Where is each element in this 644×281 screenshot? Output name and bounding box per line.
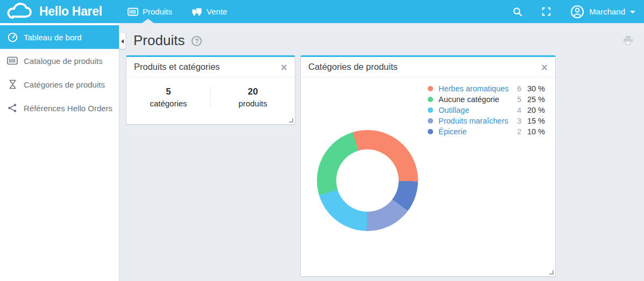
legend-item: Herbes aromatiques 6 30 % bbox=[428, 84, 545, 92]
stat-label: catégories bbox=[126, 99, 210, 108]
legend-color-dot bbox=[428, 118, 433, 124]
sidebar-item-references-hello-orders[interactable]: Références Hello Orders bbox=[0, 96, 119, 120]
chart-legend: Herbes aromatiques 6 30 % Aucune catégor… bbox=[428, 84, 545, 138]
barcode-icon bbox=[128, 8, 138, 16]
widget-title: Produits et catégories bbox=[134, 62, 220, 72]
page-header: Produits ? bbox=[119, 23, 644, 49]
legend-label[interactable]: Épicerie bbox=[438, 127, 466, 136]
donut-hole bbox=[336, 149, 399, 212]
cloud-logo-icon bbox=[6, 3, 34, 21]
share-network-icon bbox=[7, 103, 18, 113]
topbar-actions: Marchand bbox=[513, 5, 644, 19]
stat-value: 20 bbox=[211, 87, 295, 97]
sidebar-item-label: Catalogue de produits bbox=[24, 56, 103, 66]
legend-percent: 30 % bbox=[521, 84, 545, 93]
active-nav-pointer bbox=[142, 19, 154, 23]
stat-categories: 5 catégories bbox=[126, 87, 210, 108]
donut-chart[interactable] bbox=[317, 130, 418, 231]
sidebar-item-label: Tableau de bord bbox=[24, 33, 82, 42]
hourglass-icon bbox=[7, 80, 18, 89]
legend-color-dot bbox=[428, 107, 433, 113]
top-bar: Hello Harel Produits Vente bbox=[0, 0, 644, 23]
legend-label: Aucune catégorie bbox=[438, 95, 499, 104]
legend-item: Produits maraîchers 3 15 % bbox=[428, 117, 545, 125]
print-icon[interactable] bbox=[623, 35, 633, 45]
collapse-arrow-icon bbox=[121, 39, 124, 44]
user-name: Marchand bbox=[589, 7, 625, 16]
sidebar-item-label: Références Hello Orders bbox=[24, 104, 112, 113]
widget-categories-de-produits: Catégories de produits × Herbes aromatiq… bbox=[300, 55, 556, 277]
sidebar-item-tableau-de-bord[interactable]: Tableau de bord bbox=[0, 25, 119, 49]
widget-header: Catégories de produits × bbox=[301, 57, 555, 77]
close-icon[interactable]: × bbox=[541, 63, 548, 71]
nav-item-produits[interactable]: Produits bbox=[128, 7, 172, 16]
top-nav: Produits Vente bbox=[128, 7, 227, 16]
legend-count: 4 bbox=[512, 106, 521, 114]
caret-down-icon bbox=[630, 11, 635, 13]
legend-item: Épicerie 2 10 % bbox=[428, 127, 545, 135]
dashboard-widgets: Produits et catégories × 5 catégories 20… bbox=[119, 55, 644, 277]
legend-count: 2 bbox=[512, 127, 521, 136]
barcode-icon bbox=[7, 56, 18, 65]
sidebar-collapse-button[interactable] bbox=[119, 33, 125, 49]
sidebar-item-label: Catégories de produits bbox=[24, 80, 105, 89]
sidebar: Tableau de bord Catalogue de produits Ca… bbox=[0, 23, 119, 281]
help-icon[interactable]: ? bbox=[192, 36, 202, 46]
widget-produits-et-categories: Produits et catégories × 5 catégories 20… bbox=[126, 55, 295, 125]
stat-value: 5 bbox=[126, 87, 210, 97]
main-content: Produits ? Produits et catégories × 5 ca… bbox=[119, 23, 644, 281]
legend-label[interactable]: Herbes aromatiques bbox=[438, 84, 509, 93]
stat-label: produits bbox=[211, 99, 295, 108]
nav-label: Produits bbox=[143, 7, 172, 16]
legend-percent: 15 % bbox=[521, 117, 545, 125]
sidebar-item-categories-de-produits[interactable]: Catégories de produits bbox=[0, 73, 119, 96]
legend-item: Outillage 4 20 % bbox=[428, 106, 545, 114]
user-avatar-icon bbox=[570, 5, 584, 19]
legend-label[interactable]: Outillage bbox=[438, 106, 469, 114]
widget-title: Catégories de produits bbox=[308, 62, 398, 72]
page-title: Produits bbox=[133, 32, 185, 49]
dashboard-icon bbox=[7, 32, 18, 42]
nav-item-vente[interactable]: Vente bbox=[192, 7, 227, 16]
search-icon[interactable] bbox=[513, 7, 522, 17]
legend-color-dot bbox=[428, 86, 433, 91]
close-icon[interactable]: × bbox=[280, 63, 288, 71]
legend-percent: 20 % bbox=[521, 106, 545, 114]
brand-name: Hello Harel bbox=[39, 4, 102, 19]
stat-produits: 20 produits bbox=[210, 87, 295, 108]
resize-handle[interactable] bbox=[549, 270, 554, 275]
legend-percent: 25 % bbox=[521, 95, 545, 104]
legend-color-dot bbox=[428, 97, 433, 102]
legend-label[interactable]: Produits maraîchers bbox=[438, 117, 508, 125]
legend-count: 3 bbox=[512, 117, 521, 125]
legend-color-dot bbox=[428, 129, 433, 134]
legend-count: 5 bbox=[512, 95, 521, 104]
truck-icon bbox=[192, 8, 202, 16]
user-menu[interactable]: Marchand bbox=[570, 5, 635, 19]
legend-item: Aucune catégorie 5 25 % bbox=[428, 95, 545, 103]
widget-header: Produits et catégories × bbox=[126, 57, 295, 77]
legend-percent: 10 % bbox=[521, 127, 545, 136]
fullscreen-icon[interactable] bbox=[542, 7, 551, 16]
nav-label: Vente bbox=[207, 7, 227, 16]
sidebar-item-catalogue-de-produits[interactable]: Catalogue de produits bbox=[0, 49, 119, 73]
brand-logo[interactable]: Hello Harel bbox=[0, 3, 119, 21]
stats-row: 5 catégories 20 produits bbox=[126, 87, 295, 108]
resize-handle[interactable] bbox=[289, 118, 293, 123]
legend-count: 6 bbox=[512, 84, 521, 93]
